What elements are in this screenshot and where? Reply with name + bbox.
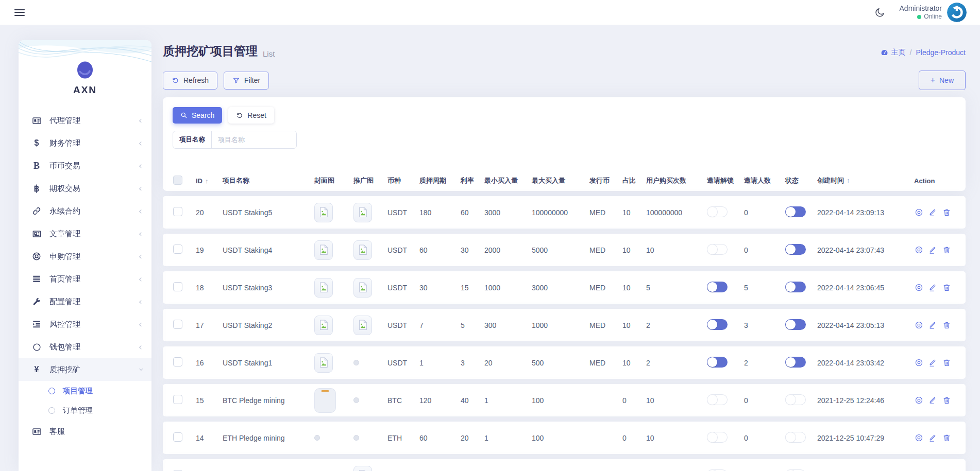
- delete-button[interactable]: [942, 433, 951, 443]
- sidebar-item-perpetual[interactable]: 永续合约‹: [19, 200, 151, 222]
- column-header: 利率: [461, 176, 484, 185]
- cell-promo: [353, 278, 387, 298]
- status-toggle[interactable]: [785, 469, 806, 471]
- column-header: 最小买入量: [484, 176, 532, 185]
- filter-button[interactable]: Filter: [224, 72, 269, 90]
- view-button[interactable]: [914, 283, 923, 292]
- breadcrumb-current[interactable]: Pledge-Product: [916, 48, 966, 57]
- new-button[interactable]: + New: [919, 71, 966, 90]
- sidebar-toggle-button[interactable]: [14, 9, 25, 16]
- edit-button[interactable]: [928, 283, 937, 292]
- row-checkbox[interactable]: [173, 395, 182, 404]
- dark-mode-toggle[interactable]: [874, 6, 886, 19]
- thumbnail-image[interactable]: [314, 203, 333, 222]
- invite-unlock-toggle[interactable]: [707, 244, 728, 255]
- thumbnail-image[interactable]: [353, 466, 372, 471]
- row-checkbox[interactable]: [173, 357, 182, 367]
- thumbnail-image[interactable]: [353, 203, 372, 222]
- edit-button[interactable]: [928, 358, 937, 368]
- user-avatar[interactable]: [947, 3, 967, 22]
- wrench-icon: [31, 297, 42, 306]
- edit-button[interactable]: [928, 208, 937, 217]
- sidebar-item-wallet[interactable]: 钱包管理‹: [19, 336, 151, 358]
- view-button[interactable]: [914, 208, 923, 217]
- invite-unlock-toggle[interactable]: [707, 394, 728, 405]
- sidebar-subitem-project-management[interactable]: 项目管理: [19, 381, 151, 400]
- row-checkbox[interactable]: [173, 432, 182, 442]
- invite-unlock-toggle[interactable]: [707, 206, 728, 217]
- refresh-button[interactable]: Refresh: [163, 72, 217, 90]
- id-card-icon: [31, 116, 42, 126]
- user-menu[interactable]: Administrator Online: [900, 3, 967, 22]
- status-toggle[interactable]: [785, 394, 806, 405]
- sidebar-item-customer-service[interactable]: 客服: [19, 420, 151, 443]
- status-toggle[interactable]: [785, 206, 806, 217]
- edit-button[interactable]: [928, 321, 937, 330]
- sidebar-item-agent[interactable]: 代理管理‹: [19, 109, 151, 132]
- delete-button[interactable]: [942, 283, 951, 292]
- view-button[interactable]: [914, 358, 923, 368]
- thumbnail-image[interactable]: [314, 316, 333, 335]
- sidebar-item-articles[interactable]: 文章管理‹: [19, 222, 151, 245]
- newspaper-icon: [31, 229, 42, 239]
- cell-ratio: 10: [622, 208, 646, 217]
- thumbnail-image[interactable]: [353, 278, 372, 298]
- cell-cover: [314, 278, 353, 298]
- thumbnail-image[interactable]: [314, 240, 333, 260]
- invite-unlock-toggle[interactable]: [707, 432, 728, 443]
- cell-purchases: 10: [646, 434, 707, 442]
- invite-unlock-toggle[interactable]: [707, 282, 728, 292]
- empty-thumbnail[interactable]: [314, 388, 336, 413]
- reset-button[interactable]: Reset: [228, 107, 274, 124]
- status-toggle[interactable]: [785, 357, 806, 368]
- delete-button[interactable]: [942, 208, 951, 217]
- edit-button[interactable]: [928, 433, 937, 443]
- cell-promo: [353, 359, 387, 367]
- delete-button[interactable]: [942, 321, 951, 330]
- status-toggle[interactable]: [785, 432, 806, 443]
- sidebar-item-homepage[interactable]: 首页管理‹: [19, 268, 151, 290]
- column-header[interactable]: ID↑: [196, 177, 223, 185]
- sidebar-item-options-trade[interactable]: ฿ 期权交易‹: [19, 177, 151, 200]
- sidebar-item-spot-trade[interactable]: B 币币交易‹: [19, 154, 151, 177]
- delete-button[interactable]: [942, 396, 951, 405]
- row-checkbox[interactable]: [173, 207, 182, 216]
- status-toggle[interactable]: [785, 319, 806, 330]
- sidebar-subitem-order-management[interactable]: 订单管理: [19, 400, 151, 420]
- thumbnail-image[interactable]: [353, 316, 372, 335]
- column-header: 状态: [785, 176, 817, 185]
- thumbnail-image[interactable]: [314, 353, 333, 373]
- sidebar-item-subscription[interactable]: 申购管理‹: [19, 245, 151, 268]
- view-button[interactable]: [914, 396, 923, 405]
- sidebar-item-pledge-mining[interactable]: ¥ 质押挖矿‹: [19, 358, 151, 381]
- yen-icon: ¥: [31, 365, 42, 374]
- edit-icon: [928, 283, 937, 292]
- edit-icon: [928, 321, 937, 329]
- view-button[interactable]: [914, 433, 923, 443]
- thumbnail-image[interactable]: [353, 240, 372, 260]
- sidebar-item-risk-control[interactable]: 风控管理‹: [19, 313, 151, 336]
- row-checkbox[interactable]: [173, 282, 182, 291]
- row-checkbox[interactable]: [173, 245, 182, 254]
- edit-button[interactable]: [928, 396, 937, 405]
- invite-unlock-toggle[interactable]: [707, 469, 728, 471]
- cell-name: USDT Staking4: [223, 246, 314, 254]
- row-checkbox[interactable]: [173, 320, 182, 329]
- delete-button[interactable]: [942, 246, 951, 255]
- edit-button[interactable]: [928, 246, 937, 255]
- view-button[interactable]: [914, 246, 923, 255]
- search-button[interactable]: Search: [173, 107, 222, 124]
- column-header[interactable]: 创建时间↑: [817, 176, 914, 185]
- sidebar-item-config[interactable]: 配置管理‹: [19, 290, 151, 313]
- invite-unlock-toggle[interactable]: [707, 357, 728, 368]
- invite-unlock-toggle[interactable]: [707, 319, 728, 330]
- delete-button[interactable]: [942, 358, 951, 368]
- breadcrumb-home-link[interactable]: 主页: [881, 48, 906, 57]
- sidebar-item-finance[interactable]: $ 财务管理‹: [19, 132, 151, 154]
- project-name-input[interactable]: [212, 131, 296, 148]
- thumbnail-image[interactable]: [314, 278, 333, 298]
- status-toggle[interactable]: [785, 244, 806, 255]
- view-button[interactable]: [914, 321, 923, 330]
- status-toggle[interactable]: [785, 282, 806, 292]
- select-all-checkbox[interactable]: [173, 176, 182, 185]
